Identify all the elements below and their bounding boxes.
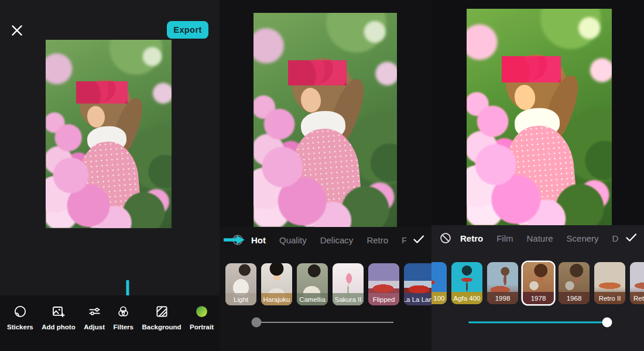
slider-handle[interactable] (602, 318, 612, 328)
canvas-photo[interactable] (46, 40, 172, 228)
tab-scenery[interactable]: Scenery (567, 233, 599, 243)
filter-thumbnail-label: Camellia (299, 296, 326, 303)
toolbar-item-label: Filters (113, 324, 133, 331)
toolbar-item-add-photo[interactable]: Add photo (42, 304, 75, 351)
filter-thumb-light[interactable]: Light (225, 263, 256, 305)
tab-d[interactable]: D (612, 233, 619, 243)
filters-icon (116, 304, 131, 319)
toolbar-item-label: Add photo (42, 324, 75, 331)
filter-category-tabs: RetroFilmNatureSceneryD (460, 233, 644, 243)
filter-thumb-camellia[interactable]: Camellia (297, 263, 328, 305)
stickers-icon (13, 304, 28, 319)
tab-hot[interactable]: Hot (251, 235, 266, 245)
filter-thumb-retro-iii[interactable]: Retro III (630, 262, 644, 304)
canvas-photo-filtered[interactable] (467, 9, 612, 225)
confirm-check-button[interactable] (406, 232, 426, 247)
photo-layer-front (46, 40, 172, 228)
filter-thumb-la-la-land[interactable]: La La Land (404, 263, 431, 305)
portrait-icon (194, 304, 209, 319)
filter-thumbnail-label: 1998 (495, 295, 511, 302)
filters-sheet: HotQualityDelicacyRetroF Light Harajuku … (220, 227, 431, 351)
filter-thumbnail-label: 1978 (531, 295, 546, 302)
toolbar-item-label: Stickers (7, 324, 33, 331)
canvas-photo[interactable] (254, 13, 397, 227)
toolbar-item-label: Portrait (190, 324, 214, 331)
filters-hot-panel: HotQualityDelicacyRetroF Light Harajuku … (220, 0, 431, 351)
filter-thumb-1968[interactable]: 1968 (559, 262, 590, 304)
filter-thumbnail-label: Harajuku (263, 296, 290, 303)
tab-quality[interactable]: Quality (279, 235, 307, 245)
filter-thumb-1998[interactable]: 1998 (487, 262, 518, 304)
filter-category-tabs: HotQualityDelicacyRetroF (251, 235, 431, 245)
toolbar-item-label: Background (142, 324, 181, 331)
close-button[interactable] (9, 23, 25, 38)
filter-thumbnail-label: La La Land (404, 296, 431, 303)
tab-nature[interactable]: Nature (527, 233, 553, 243)
slider-track (256, 322, 393, 323)
filter-thumb-agfa-400[interactable]: Agfa 400 (451, 262, 482, 304)
toolbar-item-label: Adjust (84, 324, 105, 331)
add-photo-icon (51, 304, 66, 319)
filter-thumbnail-label: Light (234, 296, 248, 303)
slider-handle[interactable] (252, 318, 262, 328)
tab-delicacy[interactable]: Delicacy (320, 235, 354, 245)
filter-thumbnail-label: Sakura II (334, 296, 361, 303)
filters-sheet: RetroFilmNatureSceneryD Agfa 100 Agfa 40… (431, 225, 644, 351)
filter-thumb-agfa-100[interactable]: Agfa 100 (431, 262, 447, 304)
bottom-toolbar: Stickers Add photo Adjust Filters Backgr… (0, 295, 220, 351)
filter-thumb-retro-ii[interactable]: Retro II (594, 262, 625, 304)
export-button[interactable]: Export (167, 21, 208, 39)
filter-thumbnails: Light Harajuku Camellia Sakura II Flippe… (220, 263, 431, 305)
check-icon (624, 230, 638, 245)
tab-retro[interactable]: Retro (460, 233, 483, 243)
tab-film[interactable]: Film (496, 233, 513, 243)
filters-retro-panel: RetroFilmNatureSceneryD Agfa 100 Agfa 40… (431, 0, 644, 351)
toolbar-item-filters[interactable]: Filters (113, 304, 133, 351)
tab-retro[interactable]: Retro (366, 235, 388, 245)
toolbar-item-portrait[interactable]: Portrait (190, 304, 214, 351)
filter-intensity-slider[interactable] (468, 317, 607, 328)
filter-thumb-1978[interactable]: 1978 (523, 262, 554, 304)
filter-intensity-slider[interactable] (256, 317, 393, 328)
adjust-icon (87, 304, 102, 319)
filter-thumbnail-label: Retro II (599, 295, 621, 302)
filter-thumbnail-label: Retro III (633, 295, 644, 302)
editor-home-panel: Export Stickers Add photo Adjust Filters… (0, 0, 220, 351)
close-icon (9, 23, 25, 38)
filter-thumbnail-label: Agfa 100 (431, 295, 445, 302)
filter-thumb-sakura-ii[interactable]: Sakura II (333, 263, 364, 305)
check-icon (412, 232, 426, 246)
filter-category-tabbar: HotQualityDelicacyRetroF (220, 227, 431, 253)
confirm-check-button[interactable] (619, 230, 639, 246)
toolbar-item-background[interactable]: Background (142, 304, 181, 351)
photo-layer-front (254, 13, 397, 227)
filter-thumbnail-label: Agfa 400 (453, 295, 480, 302)
filter-thumbnails: Agfa 100 Agfa 400 1998 1978 1968 Retro I… (431, 262, 644, 304)
photo-layer-front (467, 9, 612, 225)
toolbar-item-adjust[interactable]: Adjust (84, 304, 105, 351)
filter-thumbnail-label: 1968 (567, 295, 582, 302)
filter-thumb-harajuku[interactable]: Harajuku (261, 263, 292, 305)
right-arrow-icon (223, 235, 245, 245)
photo-editor-composite: Export Stickers Add photo Adjust Filters… (0, 0, 644, 351)
filter-thumb-flipped[interactable]: Flipped (368, 263, 399, 305)
filter-category-tabbar: RetroFilmNatureSceneryD (431, 225, 644, 251)
slider-track (468, 322, 607, 324)
toolbar-item-stickers[interactable]: Stickers (7, 304, 33, 351)
background-icon (155, 304, 169, 319)
filter-thumbnail-label: Flipped (373, 296, 395, 303)
no-filter-icon[interactable] (439, 232, 452, 245)
